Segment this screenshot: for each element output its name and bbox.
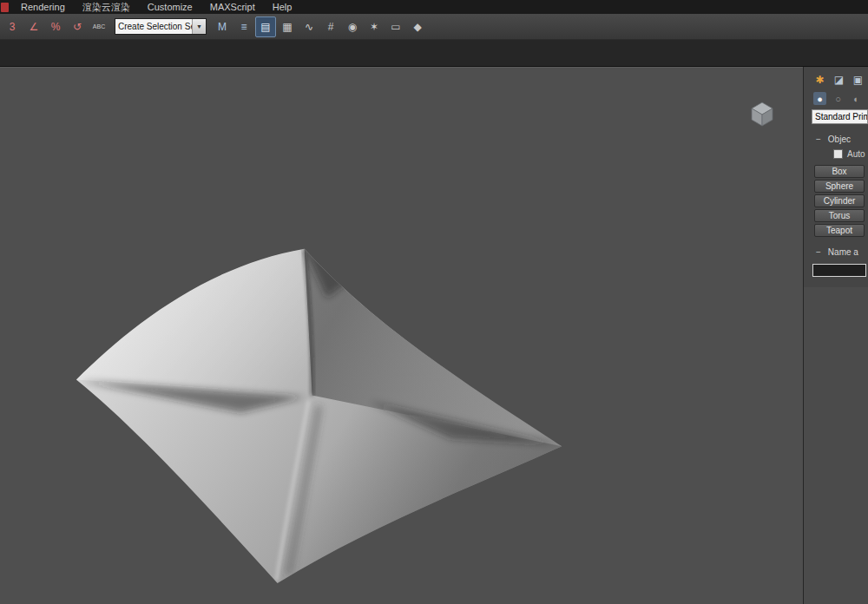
- menu-item[interactable]: Customize: [139, 0, 201, 14]
- viewcube[interactable]: [746, 97, 779, 130]
- toolbar-right-group: M ≡ ▤ ▦ ∿ # ◉ ✶ ▭ ◆: [212, 16, 428, 37]
- viewport-canvas[interactable]: [0, 68, 803, 604]
- main-toolbar: 3 ∠ % ↺ ABC Create Selection Se ▼ M ≡ ▤ …: [0, 14, 868, 40]
- align-icon[interactable]: ≡: [233, 16, 254, 37]
- autogrid-checkbox[interactable]: [833, 149, 843, 159]
- menu-item[interactable]: Rendering: [12, 0, 74, 14]
- curve-editor-icon[interactable]: ∿: [299, 16, 319, 37]
- primitive-category-dropdown[interactable]: Standard Primiti: [812, 109, 868, 124]
- object-type-rollout-header[interactable]: − Objec: [804, 133, 868, 145]
- primitive-button[interactable]: Sphere: [814, 180, 865, 193]
- primitive-button[interactable]: Cylinder: [814, 194, 865, 207]
- object-type-buttons: Box Sphere Cylinder Torus Teapot: [804, 161, 868, 237]
- menu-item[interactable]: MAXScript: [201, 0, 264, 14]
- primitive-button[interactable]: Box: [814, 165, 865, 178]
- menubar: Rendering 渲染云渲染 Customize MAXScript Help: [0, 0, 868, 14]
- ribbon-collapsed-strip: [0, 40, 868, 67]
- autogrid-label: Auto: [847, 149, 865, 159]
- viewport[interactable]: [0, 67, 803, 604]
- dropdown-arrow-icon[interactable]: ▼: [192, 19, 206, 34]
- object-name-input[interactable]: [812, 264, 866, 277]
- menu-items: Rendering 渲染云渲染 Customize MAXScript Help: [12, 0, 300, 14]
- primitive-button[interactable]: Teapot: [814, 224, 865, 237]
- rollout-collapse-icon: −: [816, 247, 821, 257]
- selection-set-dropdown[interactable]: Create Selection Se ▼: [115, 18, 207, 35]
- lights-category-icon[interactable]: ◐: [850, 92, 863, 105]
- panel-empty-area: [804, 287, 868, 604]
- rollout-label: Name a: [828, 247, 858, 257]
- spinner-snap-icon[interactable]: ↺: [67, 16, 88, 37]
- autogrid-row: Auto: [804, 145, 868, 161]
- rendered-frame-icon[interactable]: ▭: [385, 16, 406, 37]
- percent-snap-icon[interactable]: %: [45, 16, 66, 37]
- geometry-category-icon[interactable]: ●: [813, 92, 826, 105]
- selection-set-value: Create Selection Se: [115, 22, 192, 31]
- menu-item[interactable]: 渲染云渲染: [74, 0, 139, 14]
- mirror-icon[interactable]: M: [212, 16, 233, 37]
- 3d-surface-object[interactable]: [76, 249, 562, 583]
- rollout-label: Objec: [828, 135, 851, 144]
- angle-snap-icon[interactable]: ∠: [23, 16, 44, 37]
- hierarchy-tab-icon[interactable]: ▣: [852, 73, 865, 86]
- shapes-category-icon[interactable]: ○: [832, 92, 845, 105]
- rollout-collapse-icon: −: [816, 135, 821, 144]
- render-production-icon[interactable]: ◆: [407, 16, 428, 37]
- layer-manager-icon[interactable]: ▤: [255, 16, 276, 37]
- graphite-ribbon-icon[interactable]: ▦: [277, 16, 298, 37]
- menu-item[interactable]: Help: [264, 0, 301, 14]
- primitive-button[interactable]: Torus: [814, 209, 865, 222]
- schematic-view-icon[interactable]: #: [320, 16, 341, 37]
- command-panel-tabs: ✱ ◪ ▣ ◎: [804, 67, 868, 89]
- app-icon-partial: [1, 3, 9, 12]
- modify-tab-icon[interactable]: ◪: [832, 73, 845, 86]
- toolbar-left-group: 3 ∠ % ↺ ABC: [2, 16, 109, 37]
- command-panel: ✱ ◪ ▣ ◎ ● ○ ◐ ◇ Standard Primiti − Objec: [803, 67, 868, 604]
- snap-toggle-icon[interactable]: 3: [2, 16, 23, 37]
- name-color-rollout-header[interactable]: − Name a: [804, 246, 868, 258]
- command-panel-categories: ● ○ ◐ ◇: [804, 89, 868, 109]
- material-editor-icon[interactable]: ◉: [342, 16, 363, 37]
- keyboard-override-icon[interactable]: ABC: [89, 16, 109, 37]
- create-tab-icon[interactable]: ✱: [813, 73, 826, 86]
- render-setup-icon[interactable]: ✶: [364, 16, 385, 37]
- main-area: ✱ ◪ ▣ ◎ ● ○ ◐ ◇ Standard Primiti − Objec: [0, 67, 868, 604]
